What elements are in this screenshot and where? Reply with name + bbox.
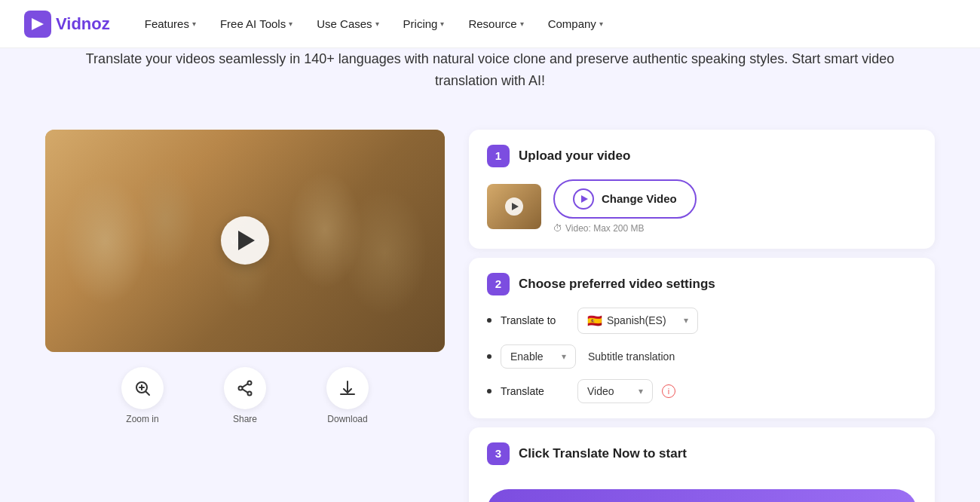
video-limit-info: ⏱ Video: Max 200 MB bbox=[553, 223, 697, 234]
clock-icon: ⏱ bbox=[553, 223, 562, 234]
chevron-down-icon: ▾ bbox=[599, 20, 603, 28]
translate-now-button[interactable]: Translate Now bbox=[487, 489, 917, 502]
nav-item-pricing[interactable]: Pricing ▾ bbox=[393, 11, 455, 36]
nav-item-free-ai-tools[interactable]: Free AI Tools ▾ bbox=[210, 11, 303, 36]
chevron-down-icon: ▾ bbox=[375, 20, 379, 28]
language-name: Spanish(ES) bbox=[607, 314, 666, 326]
download-icon bbox=[338, 379, 357, 397]
step1-card: 1 Upload your video Chan bbox=[469, 130, 935, 249]
thumb-play-circle bbox=[505, 197, 523, 216]
nav-item-use-cases[interactable]: Use Cases ▾ bbox=[306, 11, 389, 36]
download-label: Download bbox=[327, 414, 367, 424]
zoom-in-control[interactable]: Zoom in bbox=[121, 367, 164, 424]
step3-number: 3 bbox=[487, 442, 510, 465]
navbar: Vidnoz Features ▾ Free AI Tools ▾ Use Ca… bbox=[0, 0, 980, 48]
video-controls: Zoom in Share bbox=[45, 367, 445, 424]
nav-item-features[interactable]: Features ▾ bbox=[134, 11, 207, 36]
nav-item-resource[interactable]: Resource ▾ bbox=[458, 11, 534, 36]
svg-line-9 bbox=[242, 384, 247, 387]
download-control[interactable]: Download bbox=[326, 367, 369, 424]
svg-line-3 bbox=[146, 391, 150, 395]
thumb-play-overlay bbox=[487, 184, 541, 229]
brand-name: Vidnoz bbox=[56, 14, 110, 34]
chevron-down-icon: ▾ bbox=[440, 20, 444, 28]
zoom-in-button[interactable] bbox=[121, 367, 164, 409]
svg-point-6 bbox=[248, 381, 252, 384]
step1-number: 1 bbox=[487, 145, 510, 167]
upload-content: Change Video ⏱ Video: Max 200 MB bbox=[487, 179, 917, 234]
nav-items: Features ▾ Free AI Tools ▾ Use Cases ▾ P… bbox=[134, 11, 956, 36]
bullet-translate-type bbox=[487, 389, 492, 393]
translate-type-row: Translate Video ▾ i bbox=[487, 379, 917, 403]
share-icon bbox=[236, 379, 254, 397]
change-video-button[interactable]: Change Video bbox=[553, 179, 697, 219]
hero-subtitle-area: Translate your videos seamlessly in 140+… bbox=[0, 48, 980, 107]
bullet-subtitle bbox=[487, 354, 492, 359]
chevron-down-icon: ▾ bbox=[520, 20, 524, 28]
logo-icon bbox=[24, 11, 51, 38]
thumb-play-icon bbox=[512, 203, 519, 210]
chevron-down-icon: ▾ bbox=[192, 20, 196, 28]
video-type-chevron-icon: ▾ bbox=[639, 386, 643, 396]
video-section: Vidnoz Zoom in bbox=[45, 130, 445, 424]
play-icon bbox=[238, 231, 255, 250]
lang-chevron-icon: ▾ bbox=[684, 315, 688, 326]
translate-to-label: Translate to bbox=[501, 314, 568, 326]
nav-item-company[interactable]: Company ▾ bbox=[537, 11, 614, 36]
svg-point-8 bbox=[239, 386, 243, 390]
zoom-in-label: Zoom in bbox=[126, 414, 158, 424]
enable-label: Enable bbox=[510, 350, 544, 363]
translate-type-label: Translate bbox=[501, 385, 568, 397]
steps-section: 1 Upload your video Chan bbox=[469, 130, 935, 502]
subtitle-translation-label: Subtitle translation bbox=[588, 350, 675, 363]
step2-card: 2 Choose preferred video settings Transl… bbox=[469, 258, 935, 418]
translate-to-row: Translate to 🇪🇸 Spanish(ES) ▾ bbox=[487, 308, 917, 334]
language-select[interactable]: 🇪🇸 Spanish(ES) ▾ bbox=[577, 308, 698, 334]
bullet-translate-to bbox=[487, 318, 492, 323]
video-type-select[interactable]: Video ▾ bbox=[577, 379, 653, 403]
svg-point-7 bbox=[248, 391, 252, 395]
download-button[interactable] bbox=[326, 367, 369, 409]
step1-header: 1 Upload your video bbox=[487, 145, 917, 167]
step1-title: Upload your video bbox=[519, 148, 630, 164]
step2-title: Choose preferred video settings bbox=[519, 277, 715, 292]
hero-subtitle: Translate your videos seamlessly in 140+… bbox=[75, 48, 905, 92]
settings-rows: Translate to 🇪🇸 Spanish(ES) ▾ Enable ▾ S… bbox=[487, 308, 917, 403]
share-label: Share bbox=[233, 414, 257, 424]
play-button[interactable] bbox=[221, 216, 269, 265]
video-player[interactable]: Vidnoz bbox=[45, 130, 445, 352]
zoom-in-icon bbox=[133, 379, 152, 397]
share-button[interactable] bbox=[224, 367, 266, 409]
enable-chevron-icon: ▾ bbox=[562, 351, 566, 362]
step2-header: 2 Choose preferred video settings bbox=[487, 273, 917, 295]
share-control[interactable]: Share bbox=[224, 367, 266, 424]
info-icon[interactable]: i bbox=[662, 384, 675, 398]
video-thumbnail bbox=[487, 184, 541, 229]
language-flag: 🇪🇸 bbox=[587, 314, 602, 328]
step3-title: Click Translate Now to start bbox=[519, 446, 687, 461]
video-type-value: Video bbox=[587, 385, 614, 397]
step3-card: 3 Click Translate Now to start Translate… bbox=[469, 427, 935, 502]
subtitle-row: Enable ▾ Subtitle translation bbox=[487, 344, 917, 369]
change-video-play-icon bbox=[573, 188, 594, 210]
change-video-triangle bbox=[581, 195, 588, 203]
main-content: Vidnoz Zoom in bbox=[0, 107, 980, 502]
video-background: Vidnoz bbox=[45, 130, 445, 352]
enable-select[interactable]: Enable ▾ bbox=[501, 344, 576, 369]
upload-right: Change Video ⏱ Video: Max 200 MB bbox=[553, 179, 697, 234]
chevron-down-icon: ▾ bbox=[289, 20, 292, 28]
svg-line-10 bbox=[242, 389, 247, 393]
step2-number: 2 bbox=[487, 273, 510, 295]
step3-header: 3 Click Translate Now to start bbox=[487, 442, 917, 465]
logo[interactable]: Vidnoz bbox=[24, 11, 110, 38]
